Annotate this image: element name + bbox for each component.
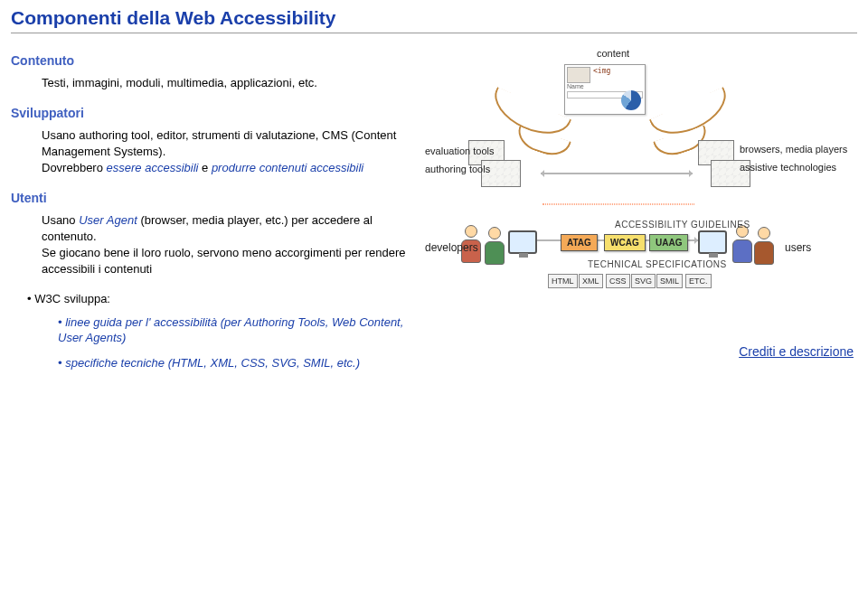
w3c-kw2: specifiche tecniche [65,356,165,370]
developer-person-2 [483,227,506,265]
guideline-atag: ATAG [561,234,598,251]
dotted-line [542,203,694,205]
spec-3: SVG [631,274,656,288]
diagram-column: content <img Name evaluation tools autho… [425,53,857,380]
section-heading-contenuto: Contenuto [11,53,409,68]
arrow-middle [541,173,693,174]
spec-1: XML [579,274,603,288]
sviluppatori-line1: Usano authoring tool, editor, strumenti … [42,128,396,158]
label-authoring-tools: authoring tools [425,164,490,174]
w3c-kw1: linee guida [65,315,122,329]
w3c-heading: W3C sviluppa: [27,292,409,305]
keyword-produrre: produrre contenuti accessibili [212,161,363,174]
w3c-item-2: specifiche tecniche (HTML, XML, CSS, SVG… [58,355,409,371]
pie-icon [621,90,641,110]
label-browsers: browsers, media players [740,144,847,155]
spec-0: HTML [548,274,578,288]
label-eval-tools: evaluation tools [425,145,494,156]
guideline-uaag: UAAG [649,234,688,251]
section-body-utenti: Usano User Agent (browser, media player,… [11,212,409,277]
user-person-2 [752,227,776,265]
content-snippet: <img Name [564,64,646,115]
spec-4: SMIL [656,274,683,288]
keyword-useragent: User Agent [79,213,137,227]
developer-monitor-icon [508,230,537,254]
keyword-essere: essere accessibili [107,161,199,174]
accessibility-diagram: content <img Name evaluation tools autho… [425,48,850,355]
user-monitor-icon [698,230,727,254]
utenti-body2: Se giocano bene il loro ruolo, servono m… [42,246,406,276]
section-heading-sviluppatori: Sviluppatori [11,106,409,120]
spec-5: ETC. [685,274,712,288]
w3c-item-1: linee guida per l' accessibilità (per Au… [58,314,409,347]
label-guidelines-section: ACCESSIBILITY GUIDELINES [615,220,750,230]
guideline-wcag: WCAG [604,234,646,251]
credits-link[interactable]: Crediti e descrizione [739,344,854,359]
snippet-name-label: Name [567,83,643,89]
label-content: content [597,48,629,59]
section-body-contenuto: Testi, immagini, moduli, multimedia, app… [11,75,409,91]
section-heading-utenti: Utenti [11,191,409,205]
label-developers: developers [425,241,478,254]
sviluppatori-line2-mid: e [198,161,211,174]
user-person-1 [731,225,754,263]
spec-2: CSS [606,274,630,288]
content-column: Contenuto Testi, immagini, moduli, multi… [11,53,409,380]
label-specs-section: TECHNICAL SPECIFICATIONS [588,259,727,269]
w3c-rest2: (HTML, XML, CSS, SVG, SMIL, etc.) [165,356,360,370]
utenti-pre: Usano [42,213,79,227]
label-assistive: assistive technologies [740,162,836,173]
page-title: Componenti della Web Accessibility [11,7,857,33]
section-body-sviluppatori: Usano authoring tool, editor, strumenti … [11,127,409,176]
snippet-thumb-icon [567,67,590,83]
label-users: users [785,241,811,254]
sviluppatori-line2-pre: Dovrebbero [42,161,107,174]
